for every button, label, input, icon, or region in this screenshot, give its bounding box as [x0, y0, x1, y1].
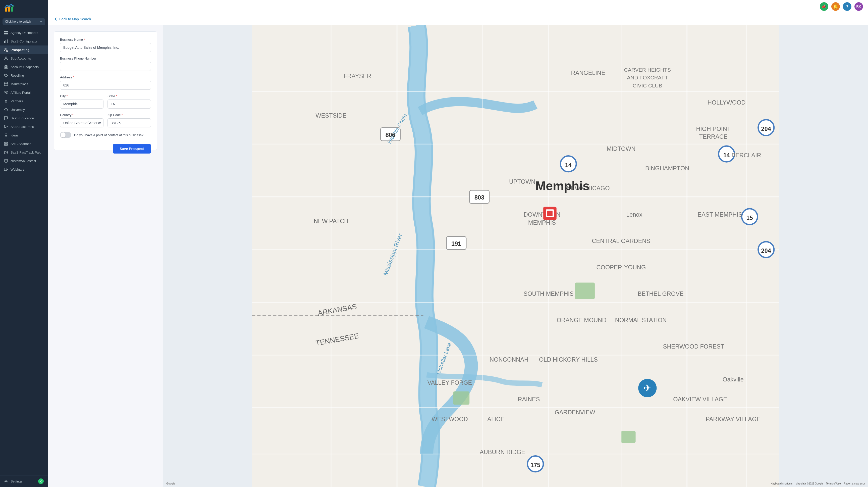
map-svg: 806 803 14 14 15 — [163, 25, 868, 487]
switch-button[interactable]: Click here to switch — [2, 18, 45, 25]
svg-line-15 — [8, 52, 8, 52]
camera-icon — [4, 65, 8, 69]
sidebar-item-partners[interactable]: Partners — [0, 97, 48, 105]
sidebar-item-ideas[interactable]: Ideas — [0, 131, 48, 140]
svg-rect-42 — [453, 391, 470, 404]
svg-text:RANGELINE: RANGELINE — [571, 70, 605, 76]
svg-text:ALICE: ALICE — [487, 416, 504, 422]
settings-label: Settings — [10, 480, 22, 483]
required-marker: * — [73, 75, 74, 79]
svg-text:FRAYSER: FRAYSER — [344, 73, 371, 80]
svg-rect-8 — [4, 33, 6, 34]
svg-text:VALLEY FORGE: VALLEY FORGE — [428, 379, 472, 386]
help-icon[interactable]: ? — [843, 2, 851, 11]
svg-point-21 — [5, 91, 6, 92]
address-input[interactable] — [60, 81, 151, 90]
sidebar-item-university[interactable]: University — [0, 105, 48, 114]
topbar: 📣 🔔 ? RK — [48, 0, 868, 13]
app-logo — [4, 3, 14, 13]
point-of-contact-label: Do you have a point of contact at this b… — [74, 133, 144, 137]
notifications-icon[interactable]: 🔔 — [831, 2, 840, 11]
fasttrack-icon — [4, 125, 8, 129]
sidebar-item-label: Prospecting — [10, 48, 29, 52]
chart-icon — [4, 39, 8, 43]
sidebar-item-custom-values-test[interactable]: customValuestest — [0, 157, 48, 165]
map-copyright: Keyboard shortcuts Map data ©2023 Google… — [771, 482, 865, 485]
svg-rect-20 — [4, 84, 8, 86]
svg-text:CIVIC CLUB: CIVIC CLUB — [633, 83, 662, 88]
svg-point-25 — [5, 134, 7, 136]
svg-rect-120 — [547, 211, 553, 216]
business-phone-input[interactable] — [60, 62, 151, 71]
sidebar-collapse-button[interactable] — [38, 479, 44, 484]
required-marker: * — [116, 94, 117, 98]
video-icon — [4, 168, 8, 172]
sidebar-item-prospecting[interactable]: Prospecting — [0, 45, 48, 54]
svg-text:PARKWAY VILLAGE: PARKWAY VILLAGE — [706, 416, 761, 422]
form-card: Business Name * Business Phone Number — [54, 31, 157, 150]
sidebar: Click here to switch Agency Dashboard Sa… — [0, 0, 48, 487]
nav-items: Agency Dashboard SaaS Configurator Prosp… — [0, 27, 48, 475]
report-error-link[interactable]: Report a map error — [844, 482, 865, 485]
sidebar-item-affiliate-portal[interactable]: Affiliate Portal — [0, 88, 48, 97]
settings-item[interactable]: Settings — [4, 479, 22, 483]
svg-text:WESTWOOD: WESTWOOD — [432, 416, 468, 422]
city-group: City * — [60, 94, 103, 109]
sidebar-item-marketplace[interactable]: Marketplace — [0, 80, 48, 88]
back-to-map-search-link[interactable]: Back to Map Search — [54, 17, 91, 21]
save-prospect-button[interactable]: Save Prospect — [113, 144, 151, 154]
airport-marker: ✈ — [638, 379, 656, 397]
content: Back to Map Search Business Name * — [48, 13, 868, 487]
sidebar-item-agency-dashboard[interactable]: Agency Dashboard — [0, 28, 48, 37]
svg-rect-41 — [575, 282, 595, 299]
map-data-copyright: Map data ©2023 Google — [796, 482, 823, 485]
state-input[interactable] — [107, 99, 151, 109]
city-state-row: City * State * — [60, 94, 151, 113]
svg-text:MIDTOWN: MIDTOWN — [607, 146, 636, 152]
sidebar-item-smb-scanner[interactable]: SMB Scanner — [0, 140, 48, 148]
city-label: City * — [60, 94, 103, 98]
city-input[interactable] — [60, 99, 103, 109]
business-phone-group: Business Phone Number — [60, 57, 151, 71]
back-bar: Back to Map Search — [48, 13, 868, 25]
country-select[interactable]: United States of America Canada United K… — [60, 118, 103, 127]
form-panel: Business Name * Business Phone Number — [48, 25, 163, 487]
map-panel: 806 803 14 14 15 — [163, 25, 868, 487]
sidebar-item-saas-fasttrack-paid[interactable]: SaaS FastTrack Paid — [0, 148, 48, 157]
gear-icon — [4, 479, 8, 483]
point-of-contact-toggle[interactable] — [60, 132, 71, 138]
sidebar-item-sub-accounts[interactable]: Sub-Accounts — [0, 54, 48, 63]
required-marker: * — [84, 38, 85, 41]
sidebar-item-label: Affiliate Portal — [10, 91, 31, 94]
svg-text:EAST MEMPHIS: EAST MEMPHIS — [698, 211, 742, 218]
svg-point-18 — [5, 67, 7, 68]
business-name-input[interactable] — [60, 43, 151, 52]
announcements-icon[interactable]: 📣 — [820, 2, 828, 11]
chevron-down-icon — [39, 20, 43, 23]
sidebar-item-account-snapshots[interactable]: Account Snapshots — [0, 63, 48, 71]
state-label: State * — [107, 94, 151, 98]
svg-text:803: 803 — [474, 194, 484, 201]
svg-text:191: 191 — [451, 241, 461, 247]
sidebar-logo — [0, 0, 48, 16]
terms-of-use-link[interactable]: Terms of Use — [826, 482, 841, 485]
user-avatar[interactable]: RK — [855, 2, 863, 11]
sidebar-item-webinars[interactable]: Webinars — [0, 165, 48, 174]
svg-text:14: 14 — [565, 162, 571, 169]
point-of-contact-row: Do you have a point of contact at this b… — [60, 132, 151, 138]
svg-text:175: 175 — [530, 462, 540, 468]
svg-text:GARDENVIEW: GARDENVIEW — [555, 409, 595, 416]
sidebar-item-saas-fasttrack[interactable]: SaaS FastTrack — [0, 122, 48, 131]
sidebar-item-label: University — [10, 108, 25, 112]
zip-input[interactable] — [107, 118, 151, 127]
sidebar-item-reselling[interactable]: Reselling — [0, 71, 48, 80]
keyboard-shortcuts-link[interactable]: Keyboard shortcuts — [771, 482, 793, 485]
svg-rect-17 — [4, 66, 8, 68]
svg-point-19 — [5, 74, 5, 75]
sidebar-item-saas-configurator[interactable]: SaaS Configurator — [0, 37, 48, 45]
grid-icon — [4, 31, 8, 35]
sidebar-item-saas-education[interactable]: SaaS Education — [0, 114, 48, 122]
sidebar-item-label: Agency Dashboard — [10, 31, 38, 35]
address-label: Address * — [60, 75, 151, 79]
svg-text:OAKVIEW VILLAGE: OAKVIEW VILLAGE — [673, 396, 727, 402]
